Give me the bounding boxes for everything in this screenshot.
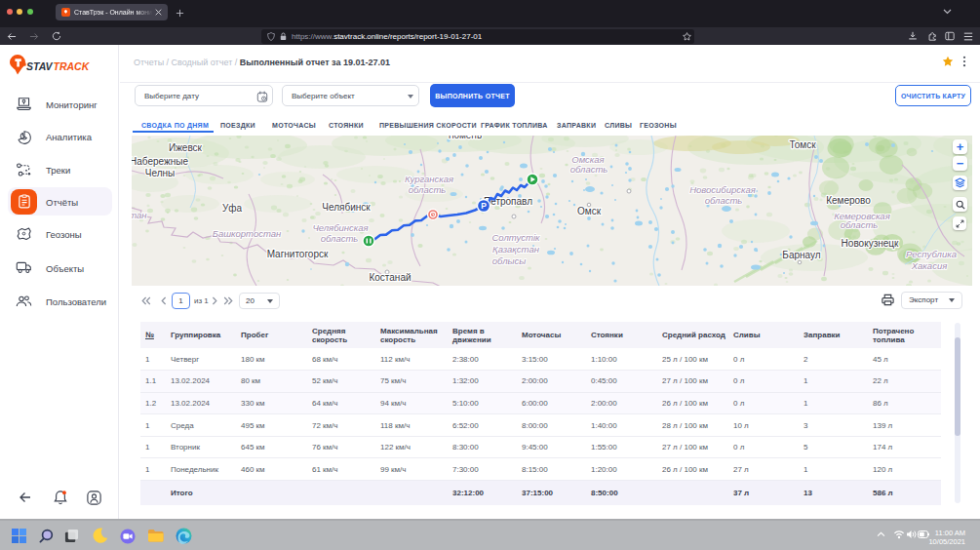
svg-text:область: область: [321, 233, 359, 244]
svg-text:STAV: STAV: [26, 60, 53, 72]
svg-text:Тюмень: Тюмень: [447, 136, 482, 140]
svg-text:Барнаул: Барнаул: [782, 250, 820, 260]
svg-text:Солтустік: Солтустік: [491, 232, 540, 243]
svg-text:область: область: [409, 184, 447, 195]
svg-text:Новокузнецк: Новокузнецк: [842, 238, 899, 249]
svg-text:Омск: Омск: [577, 206, 602, 216]
svg-text:Ижевск: Ижевск: [169, 142, 203, 153]
svg-text:Қазақстан: Қазақстан: [492, 244, 540, 255]
svg-text:Курганская: Курганская: [405, 174, 453, 184]
svg-text:Уфа: Уфа: [222, 203, 243, 214]
svg-text:P: P: [481, 201, 487, 211]
svg-text:Костанай: Костанай: [369, 272, 411, 283]
svg-text:Башкортостан: Башкортостан: [213, 228, 282, 239]
svg-text:область: область: [705, 195, 743, 206]
svg-text:область: область: [570, 164, 608, 175]
svg-text:Магнитогорск: Магнитогорск: [267, 249, 329, 259]
svg-text:Кемерово: Кемерово: [826, 195, 871, 206]
svg-text:Челябинск: Челябинск: [322, 202, 371, 213]
svg-text:Республика: Республика: [906, 249, 957, 259]
svg-text:Новосибирская: Новосибирская: [689, 184, 756, 195]
svg-text:стан: стан: [132, 210, 147, 220]
svg-text:TRACK: TRACK: [54, 60, 91, 72]
svg-text:область: область: [841, 219, 879, 230]
svg-text:Челны: Челны: [145, 168, 175, 178]
svg-text:Хакасия: Хакасия: [911, 260, 948, 271]
svg-text:Томск: Томск: [789, 139, 816, 150]
svg-text:облысы: облысы: [492, 255, 527, 266]
svg-text:Челябинская: Челябинская: [312, 222, 368, 233]
svg-text:Набережные: Набережные: [132, 156, 188, 167]
